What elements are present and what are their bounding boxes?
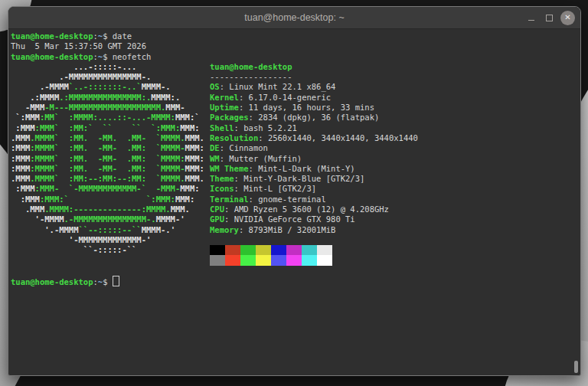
neofetch-output: ...-:::::-... .-MMMMMMMMMMMMMMM-. .-MMMM… [11, 62, 580, 266]
palette-swatch [240, 255, 256, 266]
neofetch-separator: ----------------- [210, 72, 580, 82]
prompt-dollar: $ [103, 31, 113, 41]
ascii-art-line: .MMM.MMMM` :MM:--:MM:--:MM: `MMMM.MMM. [11, 174, 210, 184]
palette-swatch [225, 255, 240, 266]
palette-swatch [256, 255, 271, 266]
shell-line-date: tuan@home-desktop:~$ date [11, 31, 580, 41]
minimize-button[interactable] [524, 11, 538, 25]
info-row: Memory: 8793MiB / 32001MiB [210, 225, 580, 235]
ascii-art-line: .:MMMM.:MMMMMMMMMMMMMMM:.MMMM:. [11, 93, 210, 103]
ascii-art-line: .MMM.MMMM:--------------:MMMM.MMM. [11, 204, 210, 214]
palette-swatch [240, 245, 256, 256]
neofetch-userhost: tuan@home-desktop [210, 62, 580, 72]
ascii-art-line: :MMM:MMM` :MM:` `` `` `:MMM:MMM: [11, 123, 210, 133]
ascii-art-line: '-MMMMMMMMMMMMM-' [11, 235, 210, 245]
info-row: Shell: bash 5.2.21 [210, 123, 580, 133]
terminal-window: tuan@home-desktop: ~ ✕ tuan@home-desktop… [8, 6, 581, 376]
maximize-icon [546, 15, 553, 21]
palette-swatch [302, 245, 317, 256]
palette-swatch [225, 245, 240, 256]
close-icon: ✕ [564, 14, 570, 21]
ascii-art-line: :MMM:MMMM` :MM. -MM- .MM: `MMMM-MMM: [11, 164, 210, 174]
ascii-art-line: .MMM.MMMM` :MM. -MM. .MM- `MMMM.MMM. [11, 133, 210, 143]
palette-swatch [210, 255, 225, 266]
command-text: date [113, 31, 132, 41]
info-row: Theme: Mint-Y-Dark-Blue [GTK2/3] [210, 174, 580, 184]
ascii-art-line: '.-MMMM``--:::::--``MMMM-.' [11, 225, 210, 235]
window-controls: ✕ [524, 7, 575, 28]
neofetch-info: tuan@home-desktop ----------------- OS: … [210, 62, 580, 266]
palette-swatch [271, 255, 286, 266]
info-row: Uptime: 11 days, 16 hours, 33 mins [210, 103, 580, 113]
info-row: Kernel: 6.17.0-14-generic [210, 93, 580, 103]
mint-ascii-logo: ...-:::::-... .-MMMMMMMMMMMMMMM-. .-MMMM… [11, 62, 210, 266]
ascii-art-line: :MMM:MMM:` `:MMM:MMM: [11, 195, 210, 204]
ascii-art-line: :MMM:MMMM` :MM. -MM- .MM: `MMMM-MMM: [11, 143, 210, 153]
neofetch-entries: OS: Linux Mint 22.1 x86_64Kernel: 6.17.0… [210, 82, 580, 234]
prompt-dollar: $ [103, 52, 113, 61]
terminal-screen[interactable]: tuan@home-desktop:~$ date Thu 5 Mar 15:3… [9, 29, 580, 375]
ascii-art-line: '-MMMM.-MMMMMMMMMMMMMMM-.MMMM-' [11, 214, 210, 224]
prompt-user: tuan@home-desktop [11, 52, 93, 61]
info-row: Terminal: gnome-terminal [210, 195, 580, 204]
ascii-art-line: `:MMM:MM` :MMMM:....::-...-MMMM:MMM:` [11, 113, 210, 123]
scrollbar-thumb[interactable] [574, 361, 578, 373]
ascii-art-line: -MMM-M---MMMMMMMMMMMMMMMMMMM.MMM- [11, 103, 210, 113]
command-text: neofetch [113, 52, 152, 61]
prompt-user: tuan@home-desktop [11, 277, 93, 286]
ascii-art-line: ...-:::::-... [11, 62, 210, 72]
palette-swatch [271, 245, 286, 256]
palette-swatch [256, 245, 271, 256]
shell-line-neofetch: tuan@home-desktop:~$ neofetch [11, 52, 580, 62]
ascii-art-line: .-MMMMMMMMMMMMMMM-. [11, 72, 210, 82]
palette-swatch [302, 255, 317, 266]
blank-line [11, 266, 580, 276]
info-row: Packages: 2834 (dpkg), 36 (flatpak) [210, 113, 580, 123]
ascii-art-line: .-MMMM`..-:::::::-..`MMMM-. [11, 82, 210, 92]
palette-swatch [317, 255, 332, 266]
info-row: WM Theme: Mint-L-Dark (Mint-Y) [210, 164, 580, 174]
palette-row [210, 255, 580, 266]
info-row: WM: Mutter (Muffin) [210, 154, 580, 164]
info-row: OS: Linux Mint 22.1 x86_64 [210, 82, 580, 92]
info-row: Icons: Mint-L [GTK2/3] [210, 184, 580, 194]
info-row: GPU: NVIDIA GeForce GTX 980 Ti [210, 214, 580, 224]
prompt-user: tuan@home-desktop [11, 31, 93, 41]
palette-swatch [210, 245, 225, 256]
shell-prompt-current: tuan@home-desktop:~$ [11, 276, 580, 287]
ascii-art-line: :MMM:MMMM` :MM. -MM- .MM: `MMMM:MMM: [11, 154, 210, 164]
prompt-dollar: $ [103, 277, 113, 286]
terminal-cursor [113, 276, 119, 286]
palette-swatch [317, 245, 332, 256]
terminal-color-palette [210, 245, 580, 266]
close-button[interactable]: ✕ [560, 11, 575, 25]
ascii-art-line: ``-:::::-`` [11, 245, 210, 255]
window-title: tuan@home-desktop: ~ [244, 12, 344, 23]
minimize-icon [528, 20, 534, 21]
palette-row [210, 245, 580, 256]
date-output: Thu 5 Mar 15:37:50 GMT 2026 [11, 41, 580, 51]
palette-swatch [286, 255, 302, 266]
maximize-button[interactable] [542, 11, 557, 25]
palette-swatch [286, 245, 302, 256]
titlebar[interactable]: tuan@home-desktop: ~ ✕ [8, 7, 580, 29]
info-row: CPU: AMD Ryzen 5 3600 (12) @ 4.208GHz [210, 204, 580, 214]
ascii-art-line: :MMM:MMM- `-MMMMMMMMMMMM-` -MMM-MMM: [11, 184, 210, 194]
info-row: Resolution: 2560x1440, 3440x1440, 3440x1… [210, 133, 580, 143]
info-row: DE: Cinnamon [210, 143, 580, 153]
